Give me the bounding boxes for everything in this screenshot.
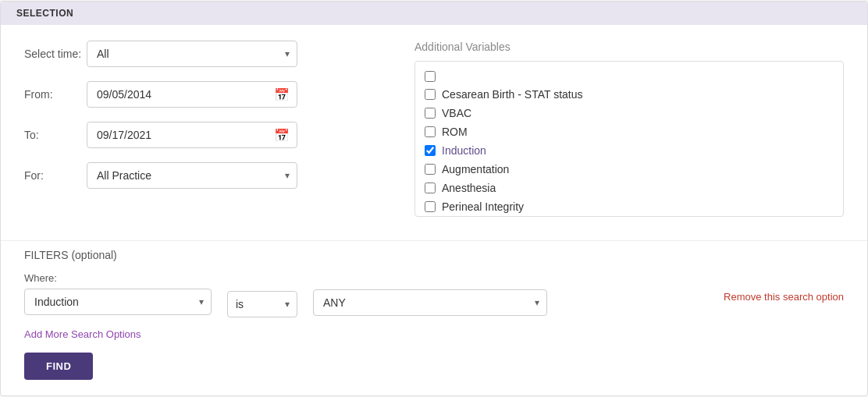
to-label: To: <box>24 129 87 141</box>
from-label: From: <box>24 88 87 101</box>
for-dropdown[interactable]: All Practice My Practice Selected Practi… <box>87 162 297 189</box>
list-item[interactable]: VBAC <box>415 104 843 122</box>
list-item[interactable]: Induction <box>415 141 843 160</box>
filters-section: FILTERS (optional) Where: Induction VBAC… <box>1 249 867 395</box>
select-time-wrapper: All Last 30 days Last 6 months Last year… <box>87 41 297 67</box>
right-panel: Additional Variables Cesarean Birth - ST… <box>414 41 844 217</box>
is-wrapper: is is not ▾ <box>227 291 297 317</box>
from-date-input[interactable] <box>87 81 297 108</box>
for-row: For: All Practice My Practice Selected P… <box>24 162 383 189</box>
where-dropdown[interactable]: Induction VBAC ROM Augmentation Anesthes… <box>24 289 212 315</box>
main-container: SELECTION Select time: All Last 30 days … <box>0 1 868 396</box>
var-checkbox-anesthesia[interactable] <box>425 183 436 193</box>
from-row: From: 📅 <box>24 81 383 108</box>
var-checkbox-augmentation[interactable] <box>425 164 436 175</box>
any-select-wrapper: ANY Yes No ▾ <box>313 289 547 316</box>
select-time-row: Select time: All Last 30 days Last 6 mon… <box>24 41 383 67</box>
var-checkbox-perineal[interactable] <box>425 201 436 212</box>
where-label: Where: <box>24 272 212 284</box>
for-wrapper: All Practice My Practice Selected Practi… <box>87 162 297 189</box>
to-row: To: 📅 <box>24 122 383 148</box>
main-content: Select time: All Last 30 days Last 6 mon… <box>1 25 867 232</box>
to-date-input[interactable] <box>87 122 297 148</box>
var-checkbox-cesarean[interactable] <box>425 89 436 100</box>
from-date-wrapper: 📅 <box>87 81 297 108</box>
is-dropdown[interactable]: is is not <box>227 291 297 317</box>
any-group: ANY Yes No ▾ <box>313 289 547 316</box>
vars-header-row <box>415 68 843 85</box>
section-header-text: SELECTION <box>16 8 73 19</box>
list-item[interactable]: Augmentation <box>415 160 843 179</box>
var-checkbox-rom[interactable] <box>425 126 436 137</box>
select-time-dropdown[interactable]: All Last 30 days Last 6 months Last year… <box>87 41 297 67</box>
list-item[interactable]: ROM <box>415 122 843 141</box>
var-label-anesthesia: Anesthesia <box>442 182 496 194</box>
select-time-label: Select time: <box>24 48 87 60</box>
var-label-augmentation: Augmentation <box>442 163 509 175</box>
var-label-induction: Induction <box>442 144 486 157</box>
any-dropdown[interactable]: ANY Yes No <box>313 289 547 316</box>
list-item[interactable]: Anesthesia <box>415 179 843 197</box>
where-group: Where: Induction VBAC ROM Augmentation A… <box>24 272 212 315</box>
for-label: For: <box>24 169 87 182</box>
where-select-wrapper: Induction VBAC ROM Augmentation Anesthes… <box>24 289 212 315</box>
filters-row: Where: Induction VBAC ROM Augmentation A… <box>24 272 844 317</box>
add-more-search-options-link[interactable]: Add More Search Options <box>24 328 141 340</box>
find-button[interactable]: FIND <box>24 353 93 380</box>
to-date-wrapper: 📅 <box>87 122 297 148</box>
var-label-vbac: VBAC <box>442 107 471 119</box>
remove-search-option-link[interactable]: Remove this search option <box>724 291 844 303</box>
additional-variables-title: Additional Variables <box>414 41 844 53</box>
filters-title: FILTERS (optional) <box>24 249 844 261</box>
additional-variables-list: Cesarean Birth - STAT status VBAC ROM In… <box>414 61 844 217</box>
vars-header-checkbox[interactable] <box>425 71 436 82</box>
var-checkbox-vbac[interactable] <box>425 108 436 119</box>
left-panel: Select time: All Last 30 days Last 6 mon… <box>24 41 383 217</box>
list-item[interactable]: Perineal Integrity <box>415 197 843 216</box>
section-header: SELECTION <box>1 2 867 25</box>
var-label-perineal: Perineal Integrity <box>442 200 524 213</box>
var-label-cesarean: Cesarean Birth - STAT status <box>442 88 583 101</box>
var-label-rom: ROM <box>442 126 468 138</box>
divider <box>1 240 867 241</box>
var-checkbox-induction[interactable] <box>425 145 436 156</box>
list-item[interactable]: Cesarean Birth - STAT status <box>415 85 843 104</box>
